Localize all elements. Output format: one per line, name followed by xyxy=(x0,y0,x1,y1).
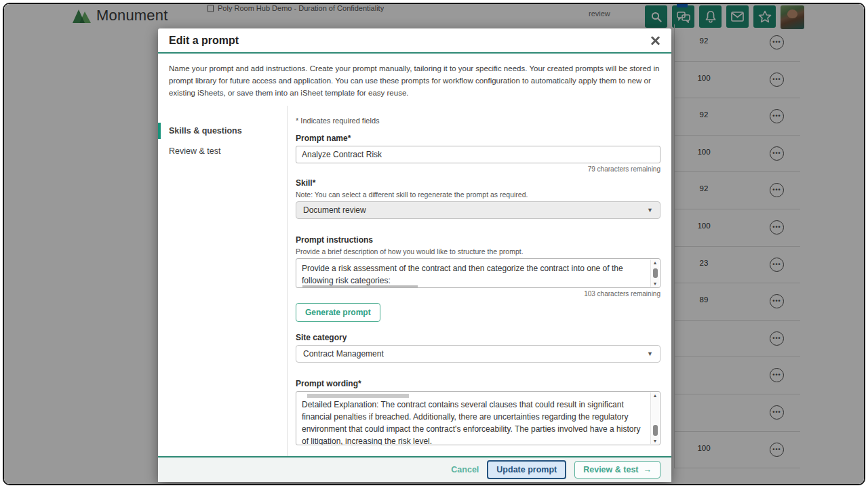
modal-title: Edit a prompt xyxy=(169,35,239,47)
edit-prompt-modal: Edit a prompt Name your prompt and add i… xyxy=(158,28,671,482)
modal-body: Skills & questions Review & test * Indic… xyxy=(158,106,671,456)
site-category-selected-value: Contract Management xyxy=(303,349,384,359)
nav-item-review-test[interactable]: Review & test xyxy=(158,141,287,161)
scrollbar[interactable]: ▲ ▼ xyxy=(650,392,659,444)
modal-header: Edit a prompt xyxy=(158,28,671,54)
modal-side-nav: Skills & questions Review & test xyxy=(158,106,287,456)
prompt-form: * Indicates required fields Prompt name*… xyxy=(287,106,671,456)
prompt-instructions-label: Prompt instructions xyxy=(296,235,660,245)
cancel-button[interactable]: Cancel xyxy=(451,465,479,474)
required-fields-note: * Indicates required fields xyxy=(296,117,660,125)
modal-description: Name your prompt and add instructions. C… xyxy=(158,54,671,106)
clipped-text-line xyxy=(307,394,409,398)
prompt-wording-textarea[interactable]: Detailed Explanation: The contract conta… xyxy=(296,391,660,445)
prompt-instructions-textarea[interactable]: Provide a risk assessment of the contrac… xyxy=(296,258,660,288)
prompt-name-input[interactable] xyxy=(296,146,660,163)
prompt-instructions-counter: 103 characters remaining xyxy=(296,290,660,298)
nav-item-skills-questions[interactable]: Skills & questions xyxy=(158,121,287,141)
skill-select[interactable]: Document review ▼ xyxy=(296,201,660,219)
skill-label: Skill* xyxy=(296,178,660,188)
prompt-instructions-helper: Provide a brief description of how you w… xyxy=(296,247,660,256)
site-category-label: Site category xyxy=(296,333,660,342)
scroll-down-icon[interactable]: ▼ xyxy=(651,439,659,443)
skill-note: Note: You can select a different skill t… xyxy=(296,190,660,199)
screen-frame: Monument Poly Room Hub Demo - Duration o… xyxy=(3,3,865,485)
modal-footer: Cancel Update prompt Review & test → xyxy=(158,456,671,482)
scroll-up-icon[interactable]: ▲ xyxy=(651,393,659,398)
scroll-thumb[interactable] xyxy=(653,425,658,436)
scroll-down-icon[interactable]: ▼ xyxy=(651,281,659,286)
chevron-down-icon: ▼ xyxy=(647,350,653,357)
prompt-wording-label: Prompt wording* xyxy=(296,379,660,388)
prompt-name-counter: 79 characters remaining xyxy=(296,165,660,173)
scrollbar[interactable]: ▲ ▼ xyxy=(650,260,659,287)
update-prompt-button[interactable]: Update prompt xyxy=(487,460,566,479)
scroll-up-icon[interactable]: ▲ xyxy=(651,260,659,265)
arrow-right-icon: → xyxy=(644,465,652,474)
review-and-test-button[interactable]: Review & test → xyxy=(574,461,660,479)
close-icon[interactable] xyxy=(650,35,660,46)
prompt-name-label: Prompt name* xyxy=(296,134,660,143)
generate-prompt-button[interactable]: Generate prompt xyxy=(296,303,380,322)
scroll-thumb[interactable] xyxy=(653,268,658,278)
site-category-select[interactable]: Contract Management ▼ xyxy=(296,345,660,363)
skill-selected-value: Document review xyxy=(303,205,366,215)
chevron-down-icon: ▼ xyxy=(647,207,653,214)
